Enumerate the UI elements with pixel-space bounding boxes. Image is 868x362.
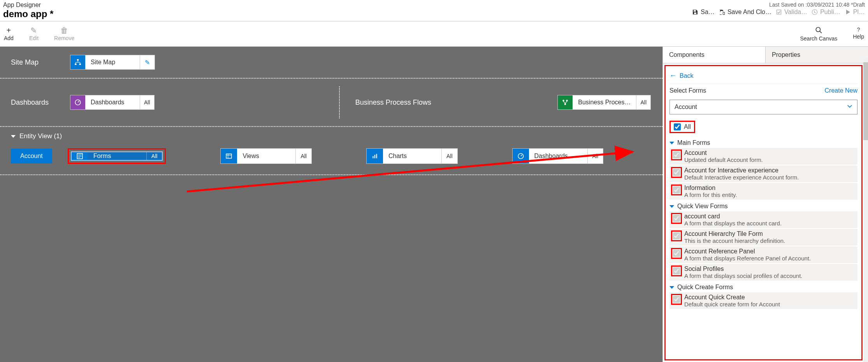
forms-tile-suffix[interactable]: All bbox=[146, 152, 162, 160]
form-checkbox-wrap[interactable] bbox=[671, 248, 682, 259]
chevron-down-icon bbox=[847, 104, 852, 111]
remove-label: Remove bbox=[54, 35, 74, 41]
topbar-right: Last Saved on :03/09/2021 10:48 *Draft S… bbox=[692, 2, 865, 16]
charts-tile-suffix[interactable]: All bbox=[441, 149, 457, 163]
form-item[interactable]: Account Hierarchy Tile FormThis is the a… bbox=[669, 229, 857, 246]
quickview-forms-header[interactable]: Quick View Forms bbox=[669, 200, 857, 211]
play-icon bbox=[844, 9, 851, 16]
form-item[interactable]: Account Quick CreateDefault quick create… bbox=[669, 292, 857, 309]
all-checkbox-wrap[interactable]: All bbox=[669, 121, 695, 133]
sitemap-tile[interactable]: Site Map ✎ bbox=[70, 55, 155, 70]
select-forms-header: Select Forms Create New bbox=[669, 84, 857, 97]
play-button[interactable]: Pl… bbox=[844, 9, 865, 16]
form-desc: Account Quick CreateDefault quick create… bbox=[684, 294, 780, 308]
entity-view-label: Entity View (1) bbox=[19, 132, 62, 140]
form-checkbox[interactable] bbox=[673, 296, 680, 303]
tab-properties[interactable]: Properties bbox=[766, 47, 868, 63]
form-title: Information bbox=[684, 185, 737, 192]
svg-line-15 bbox=[565, 102, 567, 104]
save-label: Sa… bbox=[701, 9, 715, 16]
form-checkbox[interactable] bbox=[673, 169, 680, 176]
form-checkbox-wrap[interactable] bbox=[671, 185, 682, 195]
svg-rect-4 bbox=[79, 63, 81, 65]
entity-dashboards-tile[interactable]: Dashboards All bbox=[512, 148, 604, 164]
play-label: Pl… bbox=[853, 9, 865, 16]
publish-icon bbox=[811, 9, 818, 16]
entity-view-header[interactable]: Entity View (1) bbox=[0, 127, 662, 143]
form-subtitle: This is the account hierarchy definition… bbox=[684, 237, 785, 244]
form-checkbox-wrap[interactable] bbox=[671, 230, 682, 241]
sitemap-icon bbox=[70, 55, 85, 69]
charts-tile-text: Charts bbox=[383, 153, 441, 160]
form-checkbox[interactable] bbox=[673, 151, 680, 158]
form-item[interactable]: AccountUpdated default Account form. bbox=[669, 148, 857, 165]
publish-button[interactable]: Publi… bbox=[811, 9, 840, 16]
all-checkbox[interactable] bbox=[674, 123, 681, 130]
charts-tile[interactable]: Charts All bbox=[366, 148, 458, 164]
views-tile[interactable]: Views All bbox=[220, 148, 312, 164]
edit-button[interactable]: ✎ Edit bbox=[29, 26, 39, 41]
form-checkbox[interactable] bbox=[673, 186, 680, 193]
help-label: Help bbox=[853, 33, 864, 40]
svg-point-0 bbox=[816, 27, 821, 32]
tab-components[interactable]: Components bbox=[663, 47, 766, 63]
form-item[interactable]: Account Reference PanelA form that displ… bbox=[669, 246, 857, 263]
form-checkbox-wrap[interactable] bbox=[671, 265, 682, 276]
views-tile-suffix[interactable]: All bbox=[295, 149, 311, 163]
dashboards-tile-suffix[interactable]: All bbox=[140, 95, 154, 109]
form-desc: AccountUpdated default Account form. bbox=[684, 149, 763, 163]
svg-point-13 bbox=[564, 103, 566, 105]
panel-scrollbar[interactable] bbox=[863, 58, 868, 362]
bpf-tile[interactable]: Business Proces… All bbox=[557, 95, 651, 110]
form-checkbox[interactable] bbox=[673, 232, 680, 239]
save-button[interactable]: Sa… bbox=[692, 9, 715, 16]
form-checkbox-wrap[interactable] bbox=[671, 213, 682, 224]
svg-point-12 bbox=[566, 100, 568, 102]
form-item[interactable]: Account for Interactive experienceDefaul… bbox=[669, 165, 857, 182]
form-checkbox-wrap[interactable] bbox=[671, 294, 682, 305]
form-title: Account Quick Create bbox=[684, 294, 780, 301]
entity-account-button[interactable]: Account bbox=[11, 149, 52, 163]
form-title: Social Profiles bbox=[684, 265, 802, 272]
dashboards-row-label: Dashboards bbox=[0, 98, 70, 107]
quickview-forms-list: account cardA form that displays the acc… bbox=[669, 211, 857, 281]
form-item[interactable]: account cardA form that displays the acc… bbox=[669, 211, 857, 228]
forms-tile[interactable]: Forms All bbox=[68, 148, 166, 164]
form-checkbox[interactable] bbox=[673, 267, 680, 274]
main-forms-header[interactable]: Main Forms bbox=[669, 137, 857, 148]
back-button[interactable]: ← Back bbox=[669, 69, 857, 84]
toolbar-right: Search Canvas ? Help bbox=[800, 26, 864, 42]
sitemap-edit-icon[interactable]: ✎ bbox=[140, 55, 155, 69]
search-canvas-button[interactable]: Search Canvas bbox=[800, 26, 837, 42]
form-item[interactable]: InformationA form for this entity. bbox=[669, 183, 857, 200]
form-checkbox-wrap[interactable] bbox=[671, 149, 682, 160]
entity-select[interactable]: Account bbox=[669, 100, 857, 114]
validate-icon bbox=[775, 9, 782, 16]
form-subtitle: A form that displays social profiles of … bbox=[684, 272, 802, 279]
create-new-link[interactable]: Create New bbox=[825, 87, 857, 94]
form-checkbox[interactable] bbox=[673, 250, 680, 257]
charts-icon bbox=[367, 149, 383, 163]
canvas: Site Map Site Map ✎ Dashboards Dashboard… bbox=[0, 47, 662, 362]
save-and-close-button[interactable]: Save And Clo… bbox=[719, 9, 771, 16]
form-checkbox-wrap[interactable] bbox=[671, 167, 682, 178]
dashboards-tile[interactable]: Dashboards All bbox=[70, 95, 155, 110]
all-checkbox-label: All bbox=[684, 123, 691, 130]
add-button[interactable]: + Add bbox=[4, 26, 14, 41]
form-desc: account cardA form that displays the acc… bbox=[684, 213, 782, 227]
validate-button[interactable]: Valida… bbox=[775, 9, 807, 16]
bpf-tile-suffix[interactable]: All bbox=[636, 95, 650, 109]
quickcreate-forms-header[interactable]: Quick Create Forms bbox=[669, 281, 857, 292]
topbar: App Designer demo app * Last Saved on :0… bbox=[0, 0, 868, 21]
sitemap-row-label: Site Map bbox=[0, 58, 70, 67]
toolbar: + Add ✎ Edit 🗑 Remove Search Canvas ? He… bbox=[0, 21, 868, 46]
form-subtitle: Updated default Account form. bbox=[684, 156, 763, 163]
edit-label: Edit bbox=[29, 35, 39, 41]
help-button[interactable]: ? Help bbox=[853, 26, 864, 42]
back-label: Back bbox=[680, 72, 694, 79]
form-checkbox[interactable] bbox=[673, 215, 680, 222]
form-item[interactable]: Social ProfilesA form that displays soci… bbox=[669, 264, 857, 281]
entity-dashboards-tile-suffix[interactable]: All bbox=[587, 149, 603, 163]
remove-button[interactable]: 🗑 Remove bbox=[54, 26, 74, 41]
plus-icon: + bbox=[7, 26, 11, 34]
